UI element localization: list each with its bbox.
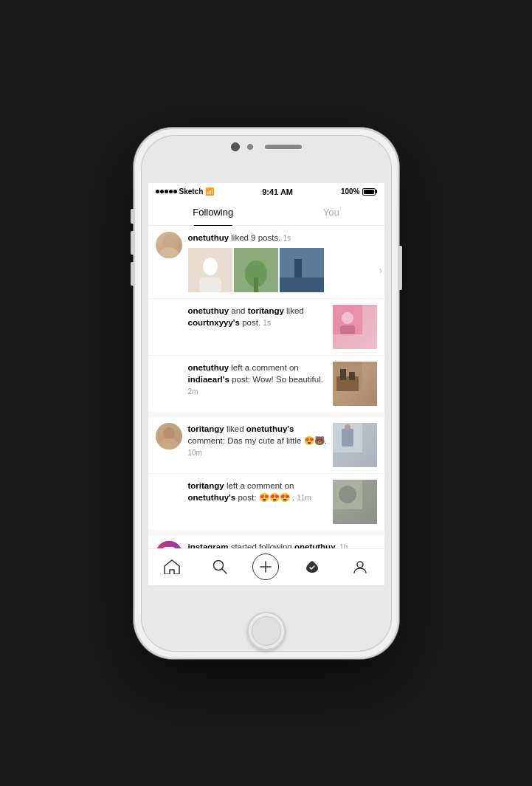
tab-you[interactable]: You: [311, 204, 351, 221]
svg-line-45: [222, 569, 227, 573]
status-time: 9:41 AM: [262, 187, 293, 196]
svg-point-48: [357, 562, 363, 568]
activity-item: onetuthuy left a comment on indiaearl's …: [148, 356, 384, 413]
svg-rect-21: [342, 429, 353, 447]
username: toritangy: [188, 481, 224, 490]
activity-text: onetuthuy liked 9 posts. 1s: [188, 232, 377, 244]
activity-content: toritangy left a comment on onetuthuy's …: [188, 480, 328, 503]
activity-item: toritangy left a comment on onetuthuy's …: [148, 474, 384, 531]
activity-time: 1s: [283, 234, 291, 242]
volume-up-button: [131, 231, 134, 255]
username: onetuthuy's: [246, 424, 294, 433]
username: toritangy: [188, 424, 224, 433]
post-thumbnail[interactable]: [333, 480, 377, 524]
svg-point-22: [345, 424, 350, 430]
search-nav-button[interactable]: [205, 552, 235, 582]
svg-rect-10: [280, 277, 324, 292]
bottom-nav: [148, 548, 384, 585]
svg-point-12: [342, 312, 353, 324]
post-thumbnail[interactable]: [280, 248, 324, 292]
signal-dot-2: [160, 190, 164, 193]
battery-fill: [364, 190, 374, 194]
profile-nav-button[interactable]: [345, 552, 375, 582]
battery-tip: [376, 190, 377, 193]
svg-rect-17: [349, 372, 355, 380]
volume-down-button: [131, 262, 134, 286]
activity-time: 1s: [263, 319, 271, 327]
phone-body: Sketch 📶 9:41 AM 100%: [134, 128, 399, 659]
battery-body: [362, 188, 376, 196]
svg-point-18: [163, 427, 175, 439]
svg-rect-16: [340, 369, 346, 380]
post-thumbnail[interactable]: [333, 423, 377, 467]
add-post-button[interactable]: [252, 554, 279, 580]
activity-text: toritangy liked onetuthuy's comment: Das…: [188, 423, 328, 458]
activity-text: onetuthuy and toritangy liked courtnxyyy…: [188, 305, 328, 328]
tab-bar: Following You: [148, 199, 384, 226]
screen-content: Sketch 📶 9:41 AM 100%: [148, 183, 384, 585]
top-notch: [231, 142, 302, 151]
activity-content: onetuthuy and toritangy liked courtnxyyy…: [188, 305, 328, 328]
carrier-name: Sketch: [179, 187, 204, 196]
username: onetuthuy: [188, 363, 229, 372]
battery-icon: [362, 188, 377, 196]
screen: Sketch 📶 9:41 AM 100%: [148, 183, 384, 585]
signal-dots: [156, 190, 177, 193]
post-thumbnail[interactable]: [234, 248, 278, 292]
tab-following[interactable]: Following: [181, 204, 245, 221]
signal-dot-5: [173, 190, 177, 193]
svg-rect-4: [199, 277, 221, 292]
avatar[interactable]: [156, 423, 182, 449]
home-button-inner: [252, 616, 281, 646]
svg-rect-7: [254, 277, 258, 292]
activity-item: onetuthuy liked 9 posts. 1s: [148, 226, 384, 299]
username: onetuthuy's: [188, 493, 236, 502]
status-left: Sketch 📶: [156, 187, 215, 196]
svg-point-19: [159, 438, 179, 449]
status-bar: Sketch 📶 9:41 AM 100%: [148, 183, 384, 199]
svg-point-3: [203, 258, 218, 275]
silent-button: [131, 209, 134, 224]
activity-time: 2m: [188, 387, 198, 396]
svg-point-1: [159, 247, 179, 258]
post-thumbnail[interactable]: [333, 305, 377, 349]
activity-item: toritangy liked onetuthuy's comment: Das…: [148, 417, 384, 474]
phone-device: Sketch 📶 9:41 AM 100%: [134, 128, 399, 659]
home-nav-button[interactable]: [157, 552, 187, 582]
activity-time: 11m: [297, 494, 311, 502]
avatar[interactable]: [156, 232, 182, 258]
username: onetuthuy: [188, 233, 229, 242]
activity-feed[interactable]: onetuthuy liked 9 posts. 1s: [148, 226, 384, 569]
activity-text: toritangy left a comment on onetuthuy's …: [188, 480, 328, 503]
signal-dot-1: [156, 190, 159, 193]
username: indiaearl's: [188, 375, 229, 384]
svg-point-0: [163, 236, 175, 248]
signal-dot-4: [169, 190, 173, 193]
activity-content: toritangy liked onetuthuy's comment: Das…: [188, 423, 328, 458]
battery-percent: 100%: [341, 187, 360, 196]
signal-dot-3: [165, 190, 168, 193]
svg-rect-15: [336, 376, 359, 391]
speaker-dot: [247, 144, 253, 150]
activity-text: onetuthuy left a comment on indiaearl's …: [188, 362, 328, 397]
wifi-icon: 📶: [205, 187, 214, 196]
username: courtnxyyy's: [188, 318, 241, 327]
chevron-right-icon: ›: [379, 264, 383, 276]
activity-content: onetuthuy left a comment on indiaearl's …: [188, 362, 328, 397]
username: toritangy: [248, 306, 284, 315]
svg-rect-13: [340, 325, 355, 334]
activity-nav-button[interactable]: [297, 552, 327, 582]
post-thumbnail[interactable]: [188, 248, 232, 292]
username: onetuthuy: [188, 306, 229, 315]
image-row: ›: [188, 248, 377, 292]
status-right: 100%: [341, 187, 377, 196]
power-button: [399, 246, 402, 290]
activity-content: onetuthuy liked 9 posts. 1s: [188, 232, 377, 292]
speaker-bar: [265, 145, 302, 149]
camera: [231, 142, 240, 151]
home-button[interactable]: [247, 612, 286, 650]
activity-time: 10m: [188, 449, 202, 457]
post-thumbnail[interactable]: [333, 362, 377, 406]
activity-item: onetuthuy and toritangy liked courtnxyyy…: [148, 299, 384, 356]
svg-point-24: [339, 486, 356, 503]
